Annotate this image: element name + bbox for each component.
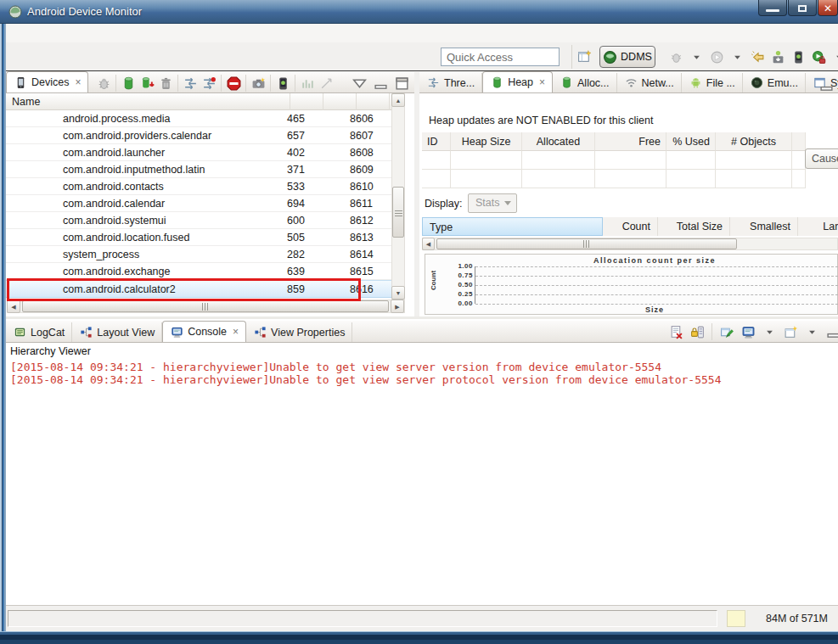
tab-alloc[interactable]: Alloc... <box>553 73 617 92</box>
debug-config-icon[interactable] <box>666 48 685 66</box>
type-column-header[interactable]: Largest <box>798 217 838 236</box>
tab-netw[interactable]: Netw... <box>617 73 682 92</box>
capture-device-icon[interactable] <box>273 74 292 92</box>
minimize-view-icon[interactable] <box>817 76 835 94</box>
device-row[interactable]: com.android.providers.calendar6578607 <box>6 127 391 144</box>
device-row[interactable]: com.android.exchange6398615 <box>6 263 391 280</box>
open-perspective-icon[interactable] <box>575 47 593 65</box>
tab-view-properties[interactable]: View Properties <box>246 322 352 342</box>
device-row[interactable]: com.android.systemui6008612 <box>6 212 391 229</box>
maximize-view-icon[interactable] <box>392 74 411 92</box>
close-tab-icon[interactable]: × <box>75 76 81 88</box>
display-mode-select[interactable]: Stats <box>468 193 517 213</box>
tab-logcat[interactable]: LogCat <box>6 322 72 342</box>
update-heap-icon[interactable] <box>119 74 138 92</box>
scroll-thumb[interactable] <box>22 300 389 312</box>
tab-console[interactable]: Console× <box>162 321 246 342</box>
clear-console-icon[interactable] <box>666 322 685 341</box>
stop-process-icon[interactable] <box>224 74 243 92</box>
scroll-up-button[interactable]: ▲ <box>391 93 405 107</box>
heap-column-header[interactable]: Allocated <box>522 132 595 151</box>
scroll-thumb[interactable] <box>436 238 737 249</box>
tab-label: LogCat <box>31 327 65 339</box>
quick-access-input[interactable] <box>441 48 560 66</box>
heap-column-header[interactable]: Heap Size <box>451 132 522 151</box>
screen-capture-icon[interactable] <box>249 74 267 92</box>
type-column-header[interactable]: Smallest <box>730 217 798 236</box>
close-tab-icon[interactable]: × <box>233 326 239 338</box>
type-column-header[interactable]: Count <box>603 217 658 236</box>
scroll-left-button[interactable]: ◀ <box>422 238 435 250</box>
dump-hprof-icon[interactable] <box>138 74 156 92</box>
heap-column-header[interactable] <box>792 132 806 151</box>
chevron-down-icon[interactable] <box>687 48 706 66</box>
tab-heap[interactable]: Heap× <box>482 71 553 92</box>
tab-emu[interactable]: Emu... <box>743 73 806 92</box>
heap-indicator-swatch[interactable] <box>727 610 745 627</box>
view-menu-icon[interactable] <box>350 74 368 92</box>
device-row[interactable]: android.process.media4658606 <box>6 110 391 127</box>
close-button[interactable]: ✕ <box>818 0 838 16</box>
chart-ytick: 0.75 <box>444 272 473 279</box>
heap-column-header[interactable]: # Objects <box>716 132 792 151</box>
chevron-down-icon[interactable] <box>760 322 779 341</box>
pixel-perfect-icon[interactable] <box>317 74 335 92</box>
layout-view-icon <box>79 325 93 339</box>
scroll-thumb[interactable] <box>392 187 404 238</box>
heap-column-header[interactable]: % Used <box>666 132 716 151</box>
device-row[interactable]: system_process2828614 <box>6 246 391 263</box>
heap-table: IDHeap SizeAllocatedFree% Used# Objects <box>422 132 806 188</box>
tab-devices[interactable]: Devices × <box>6 71 88 92</box>
devices-panel: Devices × Name android.process.media4658… <box>6 72 414 319</box>
open-console-icon[interactable] <box>781 322 800 341</box>
devices-name-header[interactable]: Name <box>6 93 391 110</box>
cell-pid: 465 <box>287 113 334 125</box>
minimize-view-icon[interactable] <box>824 322 838 341</box>
scroll-lock-icon[interactable] <box>688 322 706 341</box>
minimize-view-icon[interactable] <box>371 74 390 92</box>
chevron-down-icon[interactable] <box>830 48 838 66</box>
device-row[interactable]: com.android.calendar6948611 <box>6 195 391 212</box>
run-lock-icon[interactable] <box>809 48 828 66</box>
heap-column-header[interactable]: ID <box>422 132 451 151</box>
close-tab-icon[interactable]: × <box>539 76 545 88</box>
device-row[interactable]: com.android.inputmethod.latin3718609 <box>6 161 391 178</box>
maximize-button[interactable] <box>788 0 817 16</box>
cause-gc-button[interactable]: Cause <box>805 148 838 169</box>
scroll-down-button[interactable]: ▼ <box>391 286 405 300</box>
hierarchy-capture-icon[interactable] <box>298 74 317 92</box>
console-line: [2015-08-14 09:34:21 - hierarchyviewer]U… <box>10 361 721 373</box>
heap-column-header[interactable]: Free <box>595 132 666 151</box>
console-toolbar <box>666 322 838 342</box>
type-column-header[interactable]: Type <box>422 217 603 236</box>
scroll-right-button[interactable]: ▶ <box>391 300 404 313</box>
display-console-icon[interactable] <box>739 322 757 341</box>
tab-thre[interactable]: Thre... <box>419 73 482 92</box>
cell-pid: 639 <box>287 266 334 277</box>
ddms-perspective-button[interactable]: DDMS <box>599 46 655 68</box>
device-row[interactable]: com.android.contacts5338610 <box>6 178 391 195</box>
device-row[interactable]: com.android.launcher4028608 <box>6 144 391 161</box>
horizontal-sash[interactable] <box>6 316 838 319</box>
update-threads-icon[interactable] <box>181 74 200 92</box>
device-row[interactable]: com.android.location.fused5058613 <box>6 229 391 246</box>
cause-gc-icon[interactable] <box>156 74 175 92</box>
pin-console-icon[interactable] <box>717 322 736 341</box>
debug-icon[interactable] <box>94 74 113 92</box>
minimize-button[interactable] <box>758 0 787 16</box>
start-method-profiling-icon[interactable] <box>200 74 218 92</box>
heap-cell <box>422 151 451 170</box>
sdk-manager-icon[interactable] <box>768 48 787 66</box>
tab-layout-view[interactable]: Layout View <box>72 322 162 342</box>
scroll-left-button[interactable]: ◀ <box>7 300 20 313</box>
avd-manager-icon[interactable] <box>789 48 807 66</box>
cell-port: 8609 <box>350 164 387 176</box>
chevron-down-icon[interactable] <box>802 322 821 341</box>
run-config-icon[interactable] <box>707 48 726 66</box>
chevron-down-icon[interactable] <box>728 48 746 66</box>
back-arrow-icon[interactable] <box>748 48 767 66</box>
heap-cell <box>451 151 522 170</box>
cell-pid: 657 <box>287 130 334 142</box>
type-column-header[interactable]: Total Size <box>658 217 730 236</box>
tab-file[interactable]: File ... <box>682 73 743 92</box>
